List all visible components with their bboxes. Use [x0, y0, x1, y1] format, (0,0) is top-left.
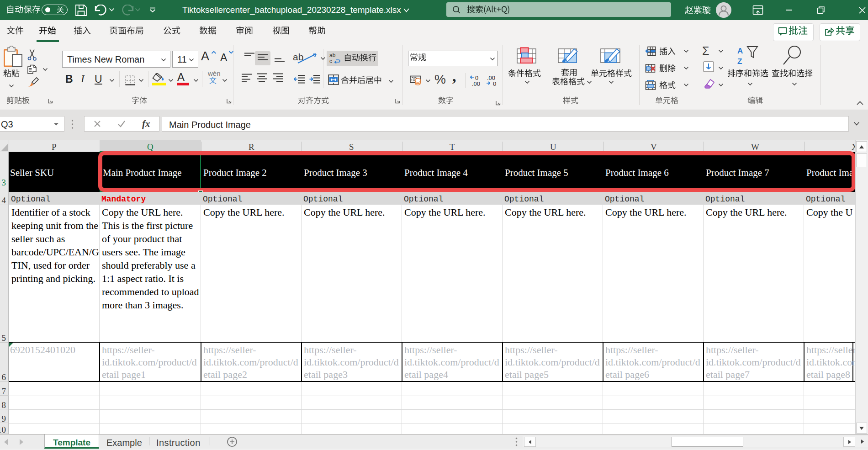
- svg-text:Z: Z: [737, 57, 742, 66]
- svg-text:A: A: [737, 47, 743, 55]
- svg-text:ab: ab: [329, 52, 336, 58]
- svg-text:.00: .00: [472, 80, 480, 86]
- svg-text:c: c: [329, 58, 332, 64]
- svg-text:0: 0: [493, 80, 496, 86]
